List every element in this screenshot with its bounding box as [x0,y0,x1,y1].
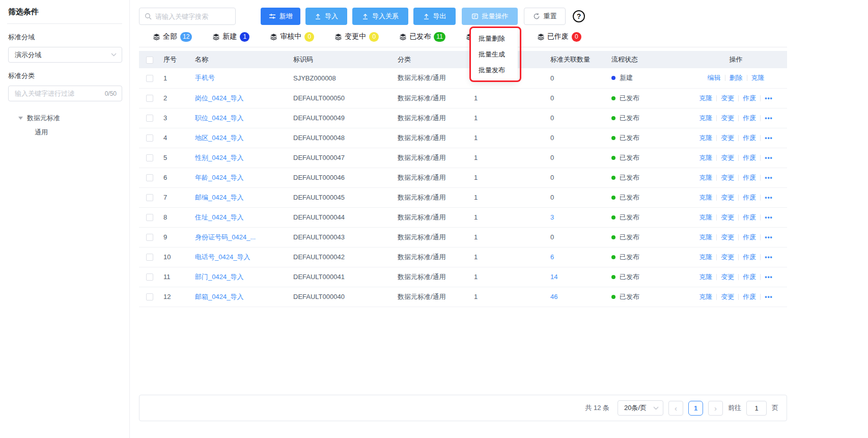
action-link[interactable]: 变更 [721,193,734,202]
more-actions-button[interactable]: ••• [765,273,773,281]
action-link[interactable]: 克隆 [699,153,712,162]
status-tab[interactable]: 审核中0 [270,32,314,42]
import-relations-button[interactable]: 导入关系 [352,8,408,25]
action-link[interactable]: 作废 [743,153,756,162]
search-input[interactable] [155,13,230,20]
more-actions-button[interactable]: ••• [765,95,773,102]
row-checkbox[interactable] [146,154,153,161]
row-checkbox[interactable] [146,214,153,221]
name-link[interactable]: 岗位_0424_导入 [195,94,243,102]
action-link[interactable]: 克隆 [699,272,712,282]
row-checkbox[interactable] [146,254,153,261]
action-link[interactable]: 克隆 [699,213,712,222]
action-link[interactable]: 作废 [743,114,756,123]
next-page-button[interactable]: › [708,401,723,416]
status-tab[interactable]: 新建1 [212,32,249,42]
row-checkbox[interactable] [146,95,153,102]
status-tab[interactable]: 全部12 [153,32,192,42]
bulk-actions-button[interactable]: 批量操作 [462,8,518,25]
more-actions-button[interactable]: ••• [765,174,773,181]
action-link[interactable]: 编辑 [708,73,721,83]
prev-page-button[interactable]: ‹ [668,401,683,416]
action-link[interactable]: 变更 [721,292,734,302]
import-button[interactable]: 导入 [305,8,347,25]
tree-node-child[interactable]: 通用 [8,125,122,140]
action-link[interactable]: 作废 [743,193,756,202]
more-actions-button[interactable]: ••• [765,214,773,221]
more-actions-button[interactable]: ••• [765,234,773,241]
bulk-menu-item[interactable]: 批量生成 [471,46,518,62]
tree-node-root[interactable]: 数据元标准 [8,112,122,125]
name-link[interactable]: 邮箱_0424_导入 [195,293,243,300]
row-checkbox[interactable] [146,234,153,241]
name-link[interactable]: 电话号_0424_导入 [195,253,250,261]
relation-count-link[interactable]: 46 [550,293,557,300]
row-checkbox[interactable] [146,115,153,122]
action-link[interactable]: 变更 [721,213,734,222]
action-link[interactable]: 变更 [721,94,734,103]
page-size-select[interactable]: 20条/页 [618,400,663,416]
name-link[interactable]: 地区_0424_导入 [195,134,243,142]
action-link[interactable]: 克隆 [699,114,712,123]
action-link[interactable]: 变更 [721,114,734,123]
action-link[interactable]: 变更 [721,133,734,143]
add-button[interactable]: 新增 [261,8,300,25]
relation-count-link[interactable]: 6 [550,253,554,261]
action-link[interactable]: 克隆 [699,193,712,202]
action-link[interactable]: 作废 [743,213,756,222]
goto-page-input[interactable] [746,401,767,416]
action-link[interactable]: 变更 [721,272,734,282]
more-actions-button[interactable]: ••• [765,115,773,122]
current-page-button[interactable]: 1 [688,401,703,416]
relation-count-link[interactable]: 3 [550,213,554,221]
action-link[interactable]: 克隆 [699,133,712,143]
name-link[interactable]: 手机号 [195,74,215,81]
name-link[interactable]: 性别_0424_导入 [195,154,243,161]
row-checkbox[interactable] [146,293,153,300]
action-link[interactable]: 克隆 [699,94,712,103]
action-link[interactable]: 变更 [721,233,734,242]
action-link[interactable]: 变更 [721,153,734,162]
action-link[interactable]: 作废 [743,94,756,103]
select-all-checkbox[interactable] [146,57,153,64]
row-checkbox[interactable] [146,194,153,201]
action-link[interactable]: 克隆 [699,292,712,302]
status-tab[interactable]: 已发布11 [399,32,445,42]
bulk-menu-item[interactable]: 批量发布 [471,62,518,78]
action-link[interactable]: 作废 [743,173,756,182]
bulk-menu-item[interactable]: 批量删除 [471,31,518,46]
action-link[interactable]: 作废 [743,233,756,242]
name-link[interactable]: 邮编_0424_导入 [195,194,243,201]
action-link[interactable]: 克隆 [751,73,765,83]
export-button[interactable]: 导出 [413,8,456,25]
action-link[interactable]: 作废 [743,272,756,282]
more-actions-button[interactable]: ••• [765,254,773,261]
more-actions-button[interactable]: ••• [765,134,773,142]
domain-select[interactable]: 演示分域 [8,47,122,63]
action-link[interactable]: 作废 [743,133,756,143]
relation-count-link[interactable]: 14 [550,273,557,281]
more-actions-button[interactable]: ••• [765,194,773,201]
more-actions-button[interactable]: ••• [765,293,773,300]
action-link[interactable]: 变更 [721,253,734,262]
name-link[interactable]: 职位_0424_导入 [195,114,243,122]
help-button[interactable]: ? [573,10,585,22]
action-link[interactable]: 作废 [743,253,756,262]
reset-button[interactable]: 重置 [524,8,566,25]
row-checkbox[interactable] [146,273,153,281]
row-checkbox[interactable] [146,174,153,181]
action-link[interactable]: 作废 [743,292,756,302]
status-tab[interactable]: 变更中0 [334,32,379,42]
action-link[interactable]: 变更 [721,173,734,182]
status-tab[interactable]: 已作废0 [537,32,581,42]
action-link[interactable]: 克隆 [699,173,712,182]
name-link[interactable]: 身份证号码_0424_... [195,233,256,241]
row-checkbox[interactable] [146,75,153,82]
action-link[interactable]: 克隆 [699,253,712,262]
more-actions-button[interactable]: ••• [765,154,773,161]
name-link[interactable]: 年龄_0424_导入 [195,174,243,181]
action-link[interactable]: 克隆 [699,233,712,242]
name-link[interactable]: 部门_0424_导入 [195,273,243,281]
name-link[interactable]: 住址_0424_导入 [195,213,243,221]
action-link[interactable]: 删除 [730,73,743,83]
